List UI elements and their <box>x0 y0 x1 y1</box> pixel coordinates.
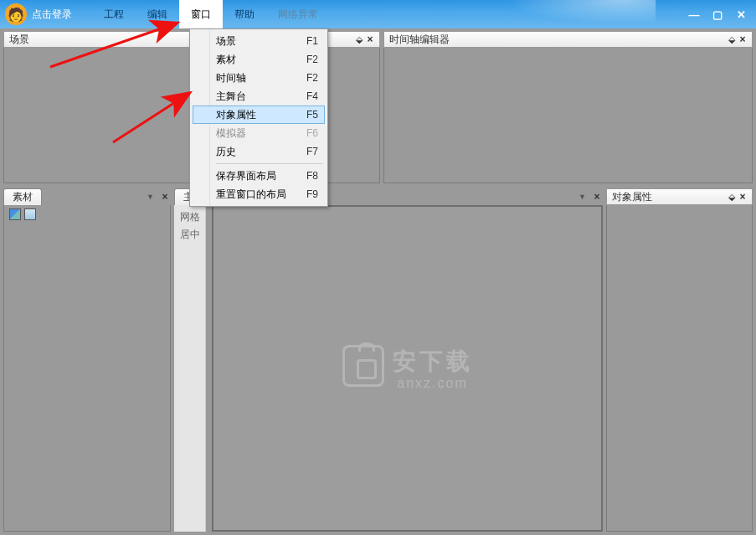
panel-timeline: 时间轴编辑器 ⬙ × <box>383 31 753 183</box>
window-controls: — ▢ ✕ <box>682 7 753 22</box>
tab-material[interactable]: 素材 <box>3 188 42 205</box>
close-icon[interactable]: × <box>159 191 171 203</box>
avatar-icon[interactable]: 🧑 <box>5 3 27 25</box>
dd-material[interactable]: 素材F2 <box>193 50 325 69</box>
panel-material-body <box>3 205 171 532</box>
close-icon[interactable]: × <box>737 33 748 45</box>
menu-network: 网络异常 <box>266 0 330 28</box>
menubar: 工程 编辑 窗口 帮助 网络异常 <box>92 0 330 28</box>
menu-window[interactable]: 窗口 <box>179 0 223 28</box>
dd-history[interactable]: 历史F7 <box>193 142 325 161</box>
pin-icon[interactable]: ⬙ <box>354 34 364 45</box>
titlebar: 🧑 点击登录 工程 编辑 窗口 帮助 网络异常 — ▢ ✕ <box>0 0 756 28</box>
close-icon[interactable]: × <box>364 33 376 45</box>
workspace: 场景 ⬙ × 时间轴编辑器 ⬙ × 素材 ▼ × <box>3 31 753 532</box>
stage-sidebar: 网格 居中 <box>174 205 206 532</box>
stage-grid-toggle[interactable]: 网格 <box>177 210 202 224</box>
close-icon[interactable]: × <box>737 191 748 203</box>
window-dropdown: 场景F1 素材F2 时间轴F2 主舞台F4 对象属性F5 模拟器F6 历史F7 … <box>189 28 328 207</box>
watermark-sub: anxz.com <box>393 376 473 391</box>
pin-icon[interactable]: ⬙ <box>727 192 737 203</box>
panel-properties-body <box>606 205 753 532</box>
chevron-down-icon[interactable]: ▼ <box>579 193 586 201</box>
watermark-text: 安下载 <box>393 346 473 378</box>
tab-material-label: 素材 <box>13 190 33 204</box>
panel-properties: 对象属性 ⬙ × <box>606 188 753 532</box>
panel-material: 素材 ▼ × <box>3 188 171 532</box>
dd-save-layout[interactable]: 保存界面布局F8 <box>193 167 325 185</box>
dd-properties[interactable]: 对象属性F5 <box>193 105 325 124</box>
panel-timeline-title: 时间轴编辑器 <box>389 33 727 47</box>
dd-scene[interactable]: 场景F1 <box>193 32 325 50</box>
login-link[interactable]: 点击登录 <box>32 8 72 22</box>
minimize-button[interactable]: — <box>682 7 706 22</box>
dd-timeline[interactable]: 时间轴F2 <box>193 69 325 87</box>
stage-canvas[interactable]: 安下载 anxz.com <box>212 205 603 532</box>
panel-material-header: 素材 ▼ × <box>3 188 171 205</box>
dropdown-separator <box>216 163 323 164</box>
menu-help[interactable]: 帮助 <box>223 0 266 28</box>
dd-reset-layout[interactable]: 重置窗口的布局F9 <box>193 185 325 203</box>
panel-properties-header[interactable]: 对象属性 ⬙ × <box>606 188 753 205</box>
pin-icon[interactable]: ⬙ <box>727 34 737 45</box>
stage-center-toggle[interactable]: 居中 <box>177 228 202 242</box>
close-button[interactable]: ✕ <box>729 7 753 22</box>
dd-stage[interactable]: 主舞台F4 <box>193 87 325 105</box>
panel-timeline-header[interactable]: 时间轴编辑器 ⬙ × <box>383 31 753 48</box>
menu-project[interactable]: 工程 <box>92 0 136 28</box>
material-toolbar <box>4 205 170 224</box>
chevron-down-icon[interactable]: ▼ <box>147 193 154 201</box>
dd-simulator: 模拟器F6 <box>193 124 325 142</box>
watermark: 安下载 anxz.com <box>342 345 473 392</box>
panel-timeline-body <box>383 48 753 183</box>
watermark-icon <box>342 345 384 387</box>
panel-properties-title: 对象属性 <box>612 190 727 204</box>
panel-stage: 主舞台 ▼ × 网格 居中 安下载 anxz.com <box>174 188 603 532</box>
menu-edit[interactable]: 编辑 <box>136 0 179 28</box>
material-icon-doc[interactable] <box>24 208 36 220</box>
material-icon-image[interactable] <box>9 208 21 220</box>
close-icon[interactable]: × <box>591 191 603 203</box>
maximize-button[interactable]: ▢ <box>706 7 729 22</box>
